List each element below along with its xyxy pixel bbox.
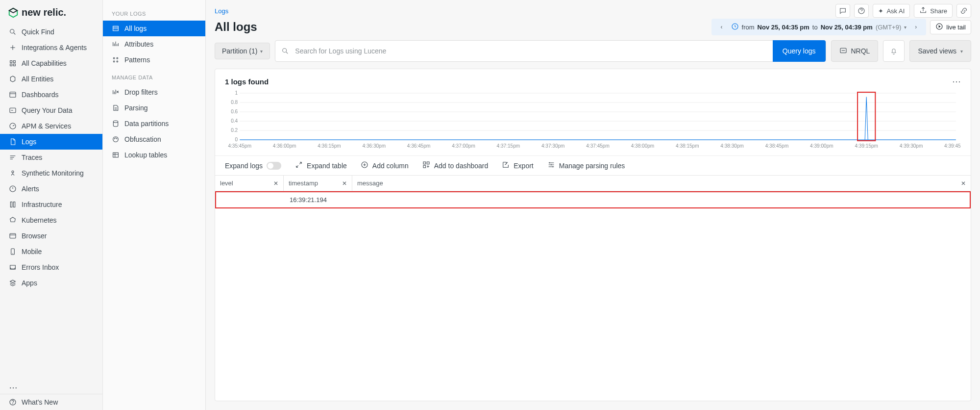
time-prev[interactable]: ‹ [715,21,728,33]
nav-item-label: Mobile [22,248,42,256]
nav-item-all-capabilities[interactable]: All Capabilities [0,55,102,71]
sec-item-parsing[interactable]: Parsing [103,100,205,116]
help-icon-button[interactable] [854,4,869,18]
svg-point-22 [113,137,119,142]
time-range-picker[interactable]: ‹ from Nov 25, 04:35 pm to Nov 25, 04:39… [711,19,927,35]
svg-rect-5 [10,92,16,98]
log-table-header: level ✕ timestamp ✕ message ✕ [215,175,971,191]
nav-item-label: All Capabilities [22,59,67,67]
expand-table-button[interactable]: Expand table [295,161,347,170]
sec-item-data-partitions[interactable]: Data partitions [103,116,205,131]
nav-item-label: All Entities [22,75,53,83]
sec-icon [112,151,120,159]
nav-item-mobile[interactable]: Mobile [0,244,102,259]
nav-item-query-your-data[interactable]: Query Your Data [0,102,102,118]
chevron-down-icon: ▾ [260,49,263,54]
nav-item-logs[interactable]: Logs [0,134,102,150]
whats-new-item[interactable]: What's New [0,394,102,410]
nrql-button[interactable]: NRQL [831,40,879,62]
add-column-button[interactable]: Add column [361,161,409,170]
nav-item-integrations-agents[interactable]: Integrations & Agents [0,40,102,55]
time-to: Nov 25, 04:39 pm [821,24,873,31]
k8s-icon [9,216,17,224]
svg-text:4:36:15pm: 4:36:15pm [318,143,341,149]
sec-item-obfuscation[interactable]: Obfuscation [103,131,205,147]
logo-icon [8,7,19,18]
sec-item-drop-filters[interactable]: Drop filters [103,84,205,100]
nrql-label: NRQL [851,47,870,55]
histogram-chart[interactable]: 10.80.60.40.204:35:45pm4:36:00pm4:36:15p… [215,91,971,155]
expand-table-label: Expand table [307,162,347,170]
copy-link-button[interactable] [956,4,971,18]
sec-item-patterns[interactable]: Patterns [103,52,205,68]
logs-icon [9,138,17,146]
remove-timestamp-column[interactable]: ✕ [342,180,347,187]
share-label: Share [930,7,947,15]
nav-item-quick-find[interactable]: Quick Find [0,24,102,40]
notifications-button[interactable] [883,40,905,62]
sec-item-attributes[interactable]: Attributes [103,36,205,52]
cell-message [353,192,970,207]
log-count: 1 logs found [225,77,269,86]
export-label: Export [514,162,533,170]
svg-rect-23 [113,153,119,157]
partition-button[interactable]: Partition (1) ▾ [215,43,270,59]
breadcrumb-logs[interactable]: Logs [215,7,228,15]
query-logs-button[interactable]: Query logs [773,40,826,62]
nav-item-apps[interactable]: Apps [0,275,102,291]
svg-rect-10 [10,202,12,207]
ask-ai-button[interactable]: ✦ Ask AI [873,4,910,18]
live-tail-button[interactable]: live tail [930,20,971,34]
svg-text:0.8: 0.8 [231,100,238,105]
nav-item-dashboards[interactable]: Dashboards [0,87,102,102]
sec-item-lookup-tables[interactable]: Lookup tables [103,147,205,163]
nav-item-infrastructure[interactable]: Infrastructure [0,197,102,212]
nav-item-traces[interactable]: Traces [0,150,102,165]
nav-item-browser[interactable]: Browser [0,228,102,244]
log-search-input[interactable] [295,41,773,61]
nav-item-apm-services[interactable]: APM & Services [0,118,102,134]
nav-item-all-entities[interactable]: All Entities [0,71,102,87]
chat-icon-button[interactable] [835,4,850,18]
main-content: Logs ✦ Ask AI Share All logs ‹ [206,0,980,410]
sec-item-all-logs[interactable]: All logs [103,21,205,36]
add-to-dashboard-button[interactable]: Add to dashboard [422,161,489,170]
remove-level-column[interactable]: ✕ [273,180,278,187]
svg-rect-62 [423,162,426,164]
chevron-down-icon: ▾ [960,49,963,54]
nav-item-errors-inbox[interactable]: Errors Inbox [0,259,102,275]
column-message[interactable]: message ✕ [352,176,971,191]
sec-item-label: Attributes [124,40,153,48]
column-level[interactable]: level ✕ [215,176,284,191]
nav-item-synthetic-monitoring[interactable]: Synthetic Monitoring [0,165,102,181]
brand-logo[interactable]: new relic. [0,0,102,22]
time-next[interactable]: › [909,21,922,33]
saved-views-button[interactable]: Saved views ▾ [909,40,971,62]
svg-text:0.4: 0.4 [231,118,238,124]
inbox-icon [9,263,17,271]
nav-item-kubernetes[interactable]: Kubernetes [0,212,102,228]
browser-icon [9,232,17,240]
nav-item-alerts[interactable]: Alerts [0,181,102,197]
export-button[interactable]: Export [502,161,533,170]
share-button[interactable]: Share [914,4,953,18]
remove-message-column[interactable]: ✕ [961,180,966,187]
manage-parsing-button[interactable]: Manage parsing rules [547,161,625,170]
live-tail-label: live tail [946,24,966,31]
svg-point-27 [283,49,287,52]
time-from-prefix: from [742,24,755,31]
nav-more[interactable]: … [0,378,102,394]
card-more-button[interactable]: ⋯ [952,76,961,87]
svg-text:4:39:45pm: 4:39:45pm [944,143,961,149]
svg-rect-2 [13,61,15,63]
alert-icon [9,185,17,193]
log-row[interactable]: 16:39:21.194 [215,191,971,208]
column-timestamp[interactable]: timestamp ✕ [284,176,352,191]
sec-item-label: Drop filters [124,88,158,96]
sec-icon [112,56,120,64]
svg-text:4:39:15pm: 4:39:15pm [855,143,878,149]
expand-logs-toggle[interactable]: Expand logs [225,162,281,170]
nav-item-label: Apps [22,279,37,287]
svg-point-15 [13,404,13,404]
svg-point-21 [113,121,118,123]
